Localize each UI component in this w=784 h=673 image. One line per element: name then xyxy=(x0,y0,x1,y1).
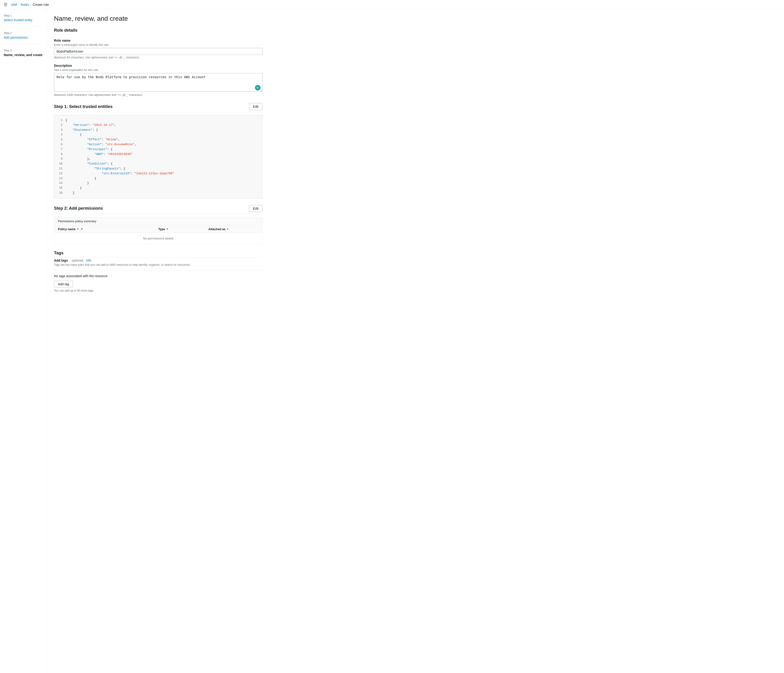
type-header-label: Type xyxy=(158,227,165,231)
trusted-entities-header: Step 1: Select trusted entities Edit xyxy=(54,103,263,112)
role-name-char-hint: Maximum 64 characters. Use alphanumeric … xyxy=(54,56,263,59)
code-line-14: 14 } xyxy=(58,181,258,186)
trusted-entities-title: Step 1: Select trusted entities xyxy=(54,104,113,109)
trusted-entities-section: Step 1: Select trusted entities Edit 1 {… xyxy=(54,103,263,198)
description-group: Description Add a short explanation for … xyxy=(54,64,263,97)
refresh-symbol: ↻ xyxy=(257,86,259,90)
breadcrumb-iam[interactable]: IAM xyxy=(11,3,17,6)
type-header: Type ▼ xyxy=(158,227,208,231)
tags-section-title: Tags xyxy=(54,251,263,258)
description-wrapper: Role for use by the Bodo Platform to pro… xyxy=(54,73,263,92)
policy-name-filter-icon[interactable]: ▼ xyxy=(76,227,79,231)
code-line-5: 5 "Effect": "Allow", xyxy=(58,137,258,142)
sidebar-step-3: Step 3 Name, review, and create xyxy=(4,49,43,57)
top-nav: ☰ IAM › Roles › Create role xyxy=(0,0,784,9)
sidebar-step-2: Step 2 Add permissions xyxy=(4,31,43,39)
code-line-3: 3 "Statement": [ xyxy=(58,128,258,132)
permissions-empty-message: No permissions added xyxy=(54,233,262,244)
sidebar-step-2-label: Step 2 xyxy=(4,31,43,35)
page-title: Name, review, and create xyxy=(54,15,263,22)
breadcrumb-sep-1: › xyxy=(19,3,19,6)
add-tag-button[interactable]: Add tag xyxy=(54,280,73,288)
add-permissions-header: Step 2: Add permissions Edit xyxy=(54,205,263,214)
sidebar: Step 1 Select trusted entity Step 2 Add … xyxy=(0,9,47,673)
main-content: Name, review, and create Role details Ro… xyxy=(47,9,270,673)
optional-label: - optional xyxy=(70,259,83,262)
code-line-6: 6 "Action": "sts:AssumeRole", xyxy=(58,142,258,147)
attached-as-filter-icon[interactable]: ▼ xyxy=(226,227,229,231)
type-filter-icon[interactable]: ▼ xyxy=(166,227,168,231)
breadcrumb-current: Create role xyxy=(33,3,49,6)
code-line-11: 11 "StringEquals": { xyxy=(58,167,258,171)
role-details-section: Role details Role name Enter a meaningfu… xyxy=(54,28,263,97)
code-line-8: 8 "AWS": "481633624848" xyxy=(58,152,258,157)
breadcrumb-sep-2: › xyxy=(31,3,31,6)
add-permissions-section: Step 2: Add permissions Edit Permissions… xyxy=(54,205,263,244)
breadcrumb-roles[interactable]: Roles xyxy=(21,3,29,6)
description-label: Description xyxy=(54,64,263,67)
policy-name-header-label: Policy name xyxy=(58,227,76,231)
add-permissions-title: Step 2: Add permissions xyxy=(54,206,103,211)
tags-section: Tags Add tags - optional Info Tags are k… xyxy=(54,251,263,292)
code-line-7: 7 "Principal": { xyxy=(58,147,258,152)
sidebar-step-3-label: Step 3 xyxy=(4,49,43,52)
permissions-box: Permissions policy summary Policy name ▼… xyxy=(54,217,263,244)
tags-description: Tags are key-value pairs that you can ad… xyxy=(54,263,263,266)
code-line-2: 2 "Version": "2012-10-17", xyxy=(58,123,258,128)
refresh-icon[interactable]: ↻ xyxy=(255,85,261,90)
breadcrumb: IAM › Roles › Create role xyxy=(11,3,49,6)
description-input[interactable]: Role for use by the Bodo Platform to pro… xyxy=(54,73,263,92)
sidebar-item-add-permissions[interactable]: Add permissions xyxy=(4,36,28,39)
code-line-12: 12 "sts:ExternalId": "1da123-123yu-dada7… xyxy=(58,171,258,176)
add-tags-header: Add tags - optional Info xyxy=(54,259,263,262)
attached-as-header-label: Attached as xyxy=(208,227,226,231)
role-name-group: Role name Enter a meaningful name to ide… xyxy=(54,39,263,59)
sidebar-divider-1 xyxy=(4,26,43,27)
info-link[interactable]: Info xyxy=(86,259,91,262)
no-tags-text: No tags associated with the resource. xyxy=(54,274,263,278)
add-tag-hint: You can add up to 50 more tags. xyxy=(54,289,263,292)
trusted-entities-code: 1 { 2 "Version": "2012-10-17", 3 "Statem… xyxy=(54,115,263,198)
sidebar-step-1: Step 1 Select trusted entity xyxy=(4,14,43,22)
role-name-input[interactable] xyxy=(54,48,263,55)
code-line-1: 1 { xyxy=(58,118,258,123)
code-line-15: 15 } xyxy=(58,186,258,191)
add-tags-label: Add tags xyxy=(54,259,68,262)
sidebar-step-1-label: Step 1 xyxy=(4,14,43,17)
external-link-icon: ↗ xyxy=(81,227,82,231)
role-name-hint: Enter a meaningful name to identify this… xyxy=(54,43,263,47)
policy-name-header: Policy name ▼ ↗ xyxy=(58,227,158,231)
description-char-hint: Maximum 1000 characters. Use alphanumeri… xyxy=(54,93,263,97)
permissions-edit-button[interactable]: Edit xyxy=(249,205,263,212)
sidebar-item-name-review-create: Name, review, and create xyxy=(4,53,43,57)
code-line-13: 13 } xyxy=(58,176,258,181)
description-hint: Add a short explanation for this role. xyxy=(54,69,263,72)
trusted-entities-edit-button[interactable]: Edit xyxy=(249,103,263,110)
code-line-16: 16 ] xyxy=(58,191,258,195)
role-details-title: Role details xyxy=(54,28,263,35)
menu-icon[interactable]: ☰ xyxy=(4,2,8,7)
sidebar-divider-2 xyxy=(4,44,43,44)
permissions-box-header: Permissions policy summary xyxy=(54,217,262,226)
layout: Step 1 Select trusted entity Step 2 Add … xyxy=(0,9,784,673)
code-line-4: 4 { xyxy=(58,132,258,137)
sidebar-item-select-trusted-entity[interactable]: Select trusted entity xyxy=(4,18,32,22)
permissions-table-header: Policy name ▼ ↗ Type ▼ Attached as ▼ xyxy=(54,226,262,233)
role-name-label: Role name xyxy=(54,39,263,42)
attached-as-header: Attached as ▼ xyxy=(208,227,259,231)
code-line-9: 9 }, xyxy=(58,157,258,162)
code-line-10: 10 "Condition": { xyxy=(58,162,258,167)
